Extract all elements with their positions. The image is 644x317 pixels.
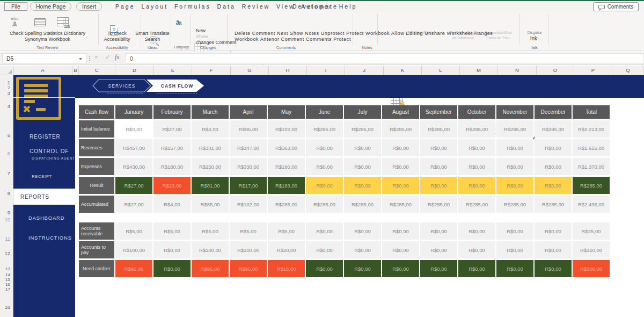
data-cell[interactable]: R$0,00: [535, 158, 572, 175]
column-header[interactable]: L: [422, 66, 460, 75]
formula-input[interactable]: 0: [125, 53, 644, 63]
data-cell[interactable]: R$81,00: [192, 177, 229, 194]
row-label[interactable]: Initial balance: [79, 120, 114, 138]
data-cell[interactable]: R$285,00: [306, 120, 343, 138]
tab-file[interactable]: File: [4, 2, 27, 11]
data-cell[interactable]: R$0,00: [306, 222, 343, 240]
tab-group-developer-help[interactable]: Developer Help: [292, 3, 357, 10]
data-cell[interactable]: R$17,00: [230, 177, 267, 194]
data-cell[interactable]: R$95,00: [230, 260, 267, 277]
data-cell[interactable]: R$1.655,00: [573, 139, 610, 156]
data-cell[interactable]: R$100,00: [192, 241, 229, 258]
data-cell[interactable]: R$0,00: [420, 158, 457, 175]
row-header[interactable]: 16: [0, 282, 10, 287]
row-label[interactable]: Revenues: [79, 139, 114, 156]
data-cell[interactable]: R$285,00: [573, 177, 610, 194]
row-header[interactable]: 9: [0, 210, 10, 215]
data-cell[interactable]: R$5,00: [153, 222, 191, 240]
data-cell[interactable]: R$0,00: [382, 158, 419, 175]
data-cell[interactable]: R$285,00: [344, 120, 381, 138]
data-cell[interactable]: R$0,00: [420, 139, 457, 156]
data-cell[interactable]: R$0,00: [420, 177, 457, 194]
column-header[interactable]: G: [231, 66, 269, 75]
data-cell[interactable]: R$320,00: [573, 241, 610, 258]
tab-services[interactable]: SERVICES: [108, 83, 136, 89]
data-cell[interactable]: R$0,00: [344, 260, 381, 277]
month-header[interactable]: August: [382, 105, 419, 119]
data-cell[interactable]: R$23,00: [153, 177, 191, 194]
data-cell[interactable]: R$27,00: [153, 120, 191, 138]
data-cell[interactable]: R$0,00: [496, 177, 533, 194]
month-header[interactable]: February: [153, 105, 191, 119]
data-cell[interactable]: R$85,00: [230, 120, 267, 138]
month-header[interactable]: March: [192, 105, 229, 119]
row-header[interactable]: 18: [0, 304, 10, 310]
enter-icon[interactable]: ✓: [105, 54, 110, 61]
select-all-corner[interactable]: [0, 66, 13, 75]
column-header[interactable]: D: [115, 66, 154, 75]
month-header[interactable]: July: [344, 105, 381, 119]
data-cell[interactable]: R$0,00: [344, 139, 381, 156]
sidebar-item-reports[interactable]: REPORTS: [13, 189, 75, 205]
data-cell[interactable]: R$0,00: [382, 241, 419, 258]
data-cell[interactable]: R$102,00: [268, 120, 305, 138]
data-cell[interactable]: R$180,00: [268, 158, 305, 175]
data-cell[interactable]: R$0,00: [344, 222, 381, 240]
thesaurus-icon[interactable]: [34, 18, 46, 26]
month-header[interactable]: April: [230, 105, 267, 119]
data-cell[interactable]: R$0,00: [306, 139, 343, 156]
data-cell[interactable]: R$100,00: [115, 241, 152, 258]
data-cell[interactable]: R$0,00: [458, 158, 495, 175]
data-cell[interactable]: R$0,00: [496, 222, 533, 240]
data-cell[interactable]: R$4,00: [153, 196, 191, 213]
data-cell[interactable]: R$285,00: [382, 120, 419, 138]
data-cell[interactable]: R$0,00: [306, 241, 343, 258]
row-header[interactable]: 4: [0, 103, 10, 109]
data-cell[interactable]: R$102,00: [230, 196, 267, 213]
column-header[interactable]: C: [79, 66, 115, 75]
data-cell[interactable]: R$285,00: [382, 196, 419, 213]
spelling-icon[interactable]: abc: [11, 16, 19, 26]
column-header[interactable]: J: [345, 66, 384, 75]
data-cell[interactable]: R$0,00: [382, 177, 419, 194]
data-cell[interactable]: R$285,00: [344, 196, 381, 213]
data-cell[interactable]: R$0,00: [153, 260, 191, 277]
row-header[interactable]: 15: [0, 277, 10, 282]
tab-cash-flow[interactable]: CASH FLOW: [161, 83, 193, 89]
data-cell[interactable]: R$285,00: [268, 196, 305, 213]
sidebar-item-receipt[interactable]: RECEIPT: [32, 174, 52, 179]
sidebar-item-control-of[interactable]: CONTROL OF: [30, 148, 69, 154]
data-cell[interactable]: R$0,00: [382, 222, 419, 240]
column-header[interactable]: O: [537, 66, 574, 75]
data-cell[interactable]: R$100,00: [230, 241, 267, 258]
month-header[interactable]: January: [115, 105, 152, 119]
data-cell[interactable]: R$1.370,00: [573, 158, 610, 175]
data-cell[interactable]: R$0,00: [535, 222, 572, 240]
row-header[interactable]: 7: [0, 170, 10, 176]
comments-button[interactable]: Comments: [593, 2, 639, 11]
data-cell[interactable]: R$85,00: [192, 196, 229, 213]
month-header[interactable]: June: [306, 105, 343, 119]
row-label[interactable]: Accumulated: [79, 196, 114, 213]
month-header[interactable]: September: [420, 105, 457, 119]
row-header[interactable]: 1: [0, 80, 10, 85]
data-cell[interactable]: R$27,00: [115, 196, 152, 213]
data-cell[interactable]: R$2.213,00: [573, 120, 610, 138]
row-header[interactable]: 17: [0, 287, 10, 292]
data-cell[interactable]: R$0,00: [420, 260, 457, 277]
row-header[interactable]: 13: [0, 266, 10, 271]
sidebar-item-dashboard[interactable]: DASHBOARD: [28, 215, 64, 221]
data-cell[interactable]: R$0,00: [306, 177, 343, 194]
row-header[interactable]: 14: [0, 272, 10, 277]
data-cell[interactable]: R$330,00: [230, 158, 267, 175]
column-header[interactable]: K: [384, 66, 422, 75]
sidebar-item-instructions[interactable]: INSTRUCTIONS: [28, 235, 72, 241]
data-cell[interactable]: R$0,00: [535, 241, 572, 258]
data-cell[interactable]: R$0,00: [153, 241, 191, 258]
data-cell[interactable]: R$0,00: [344, 241, 381, 258]
data-cell[interactable]: R$0,00: [535, 139, 572, 156]
column-header[interactable]: F: [192, 66, 231, 75]
data-cell[interactable]: R$183,00: [268, 177, 305, 194]
row-header[interactable]: 11: [0, 236, 10, 242]
data-cell[interactable]: R$5,00: [192, 222, 229, 240]
